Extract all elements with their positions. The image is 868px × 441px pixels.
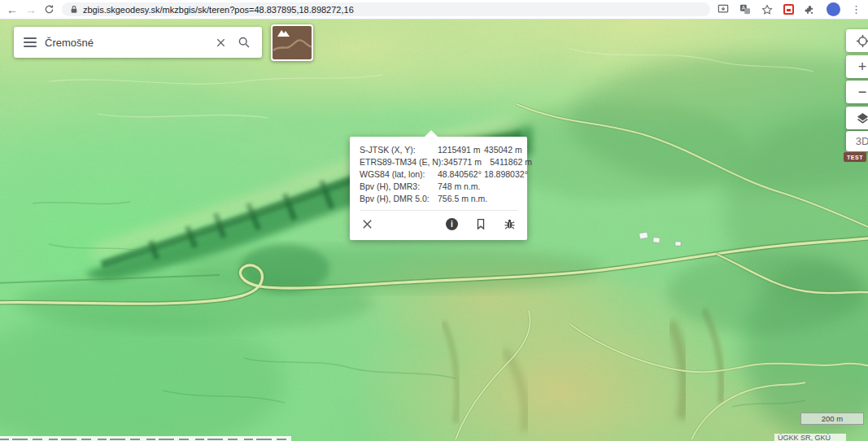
application-window: ← → zbgis.skgeodesy.sk/mkzbgis/sk/teren?…	[0, 0, 868, 441]
browser-toolbar: ← → zbgis.skgeodesy.sk/mkzbgis/sk/teren?…	[0, 0, 868, 20]
scale-label: 200 m	[822, 414, 843, 423]
bookmark-icon	[475, 218, 486, 230]
popup-bug-report-button[interactable]	[502, 216, 517, 232]
popup-bookmark-button[interactable]	[473, 216, 488, 232]
locate-icon	[856, 34, 868, 48]
search-button[interactable]	[236, 34, 252, 50]
mode-3d-label: 3D	[856, 135, 868, 147]
coord-label: WGS84 (lat, lon):	[360, 168, 438, 181]
layers-icon	[856, 111, 868, 125]
coord-value: 48.840562°	[438, 168, 484, 181]
coord-row-sjtsk: S-JTSK (X, Y): 1215491 m 435042 m	[360, 144, 517, 156]
coord-row-etrs89: ETRS89-TM34 (E, N): 345771 m 5411862 m	[360, 156, 517, 168]
zoom-in-label: +	[858, 59, 867, 76]
url-text: zbgis.skgeodesy.sk/mkzbgis/sk/teren?pos=…	[83, 5, 354, 15]
search-card	[14, 27, 262, 58]
translate-icon[interactable]: A	[739, 4, 751, 15]
coord-row-dmr5: Bpv (H), DMR 5.0: 756.5 m n.m.	[360, 193, 517, 205]
test-badge: TEST	[844, 152, 866, 162]
terrain-thumbnail-icon	[273, 26, 312, 59]
coord-value: 5411862 m	[490, 156, 532, 168]
coord-label: ETRS89-TM34 (E, N):	[360, 156, 443, 168]
adblock-extension-icon[interactable]	[783, 4, 794, 15]
scale-bar: 200 m	[800, 413, 864, 425]
popup-close-button[interactable]	[360, 216, 375, 232]
locate-me-button[interactable]	[846, 29, 868, 52]
menu-icon[interactable]	[24, 37, 37, 47]
lock-icon[interactable]	[70, 5, 78, 14]
zoom-out-button[interactable]: −	[846, 81, 868, 103]
footer-links-cutoff	[0, 436, 291, 441]
coord-value: 345771 m	[443, 156, 490, 168]
bookmark-star-icon[interactable]	[761, 4, 773, 15]
coord-value: 748 m n.m.	[438, 181, 484, 193]
info-icon: i	[446, 218, 458, 230]
popup-info-button[interactable]: i	[444, 216, 460, 232]
browser-forward-button[interactable]: →	[25, 0, 37, 20]
coord-value: 1215491 m	[438, 144, 484, 156]
close-icon	[361, 218, 373, 230]
clear-search-button[interactable]	[214, 36, 228, 50]
coord-value	[487, 193, 517, 205]
browser-menu-icon[interactable]: ⋮	[851, 3, 861, 15]
browser-reload-button[interactable]	[44, 4, 55, 15]
coordinates-popup: S-JTSK (X, Y): 1215491 m 435042 m ETRS89…	[350, 137, 527, 240]
zoom-in-button[interactable]: +	[846, 55, 868, 78]
basemap-switcher-button[interactable]	[271, 24, 313, 61]
mode-3d-button[interactable]: 3D	[846, 131, 868, 151]
coord-value: 18.898032°	[484, 168, 528, 181]
zoom-out-label: −	[858, 84, 867, 101]
url-bar[interactable]: zbgis.skgeodesy.sk/mkzbgis/sk/teren?pos=…	[62, 2, 710, 16]
extensions-puzzle-icon[interactable]	[805, 4, 816, 15]
coord-value	[484, 181, 517, 193]
search-input[interactable]	[45, 37, 206, 49]
search-icon	[238, 36, 251, 49]
coord-value: 756.5 m n.m.	[438, 193, 487, 205]
popup-footer: i	[360, 210, 517, 237]
coord-value: 435042 m	[484, 144, 522, 156]
close-icon	[216, 37, 226, 48]
profile-avatar[interactable]	[827, 2, 840, 16]
coord-label: Bpv (H), DMR3:	[360, 181, 438, 193]
bug-icon	[504, 218, 516, 230]
coord-row-wgs84: WGS84 (lat, lon): 48.840562° 18.898032°	[360, 168, 517, 181]
coord-row-dmr3: Bpv (H), DMR3: 748 m n.m.	[360, 181, 517, 193]
browser-back-button[interactable]: ←	[7, 0, 18, 20]
coord-label: S-JTSK (X, Y):	[360, 144, 438, 156]
map-attribution: ÚGKK SR, GKÚ	[774, 434, 846, 441]
layers-button[interactable]	[846, 107, 868, 129]
coord-label: Bpv (H), DMR 5.0:	[360, 193, 438, 205]
install-app-icon[interactable]	[718, 4, 729, 15]
